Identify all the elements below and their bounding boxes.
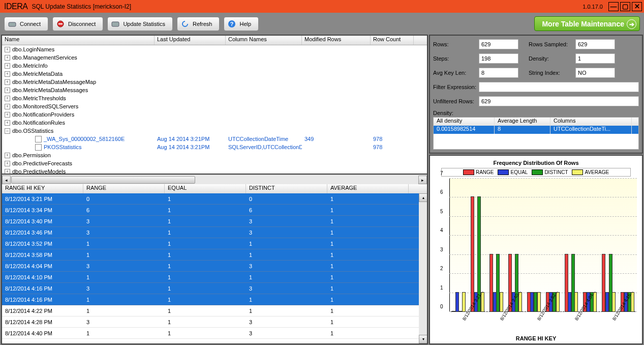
tree-node[interactable]: +dbo.Permission <box>2 152 155 158</box>
expander-icon[interactable]: + <box>5 161 10 166</box>
tree-node-label: dbo.MetricThresholds <box>12 95 66 101</box>
svg-rect-2 <box>58 23 63 24</box>
refresh-button[interactable]: Refresh <box>177 17 220 31</box>
tree-header: Name Last Updated Column Names Modified … <box>2 36 427 45</box>
scroll-thumb[interactable] <box>11 176 195 184</box>
scroll-right-arrow[interactable]: ▸ <box>418 176 427 184</box>
tree-node[interactable]: +dbo.MetricMetaDataMessages <box>2 87 155 93</box>
expander-icon[interactable]: + <box>5 63 10 69</box>
expander-icon[interactable]: + <box>5 153 10 158</box>
tree-leaf[interactable]: _WA_Sys_00000002_5812160E <box>2 136 155 142</box>
expander-icon[interactable]: + <box>5 169 10 175</box>
scroll-left-arrow[interactable]: ◂ <box>2 176 11 184</box>
expander-icon[interactable]: + <box>5 71 10 77</box>
cell-range: 3 <box>83 319 165 325</box>
help-button[interactable]: ?Help <box>224 17 259 31</box>
tree-node[interactable]: +dbo.PredictiveModels <box>2 168 155 175</box>
cell-range: 6 <box>83 207 165 213</box>
expander-icon[interactable]: + <box>5 112 10 118</box>
properties-panel: Rows: Rows Sampled: Steps: Density: Avg … <box>429 35 643 154</box>
hist-col-rangehikey[interactable]: RANGE HI KEY <box>2 184 83 193</box>
histogram-row[interactable]: 8/12/2014 4:16 PM1111 <box>2 294 427 305</box>
histogram-vertical-scrollbar[interactable]: ▴ ▾ <box>419 193 427 343</box>
tree-node[interactable]: +dbo.ManagementServices <box>2 54 155 61</box>
x-tick-label: 8/12/2014 3:40... <box>499 319 503 321</box>
expander-icon[interactable]: + <box>5 88 10 93</box>
scroll-down-arrow[interactable]: ▾ <box>419 335 427 343</box>
expander-icon[interactable]: + <box>5 55 10 61</box>
histogram-row[interactable]: 8/12/2014 4:28 PM3131 <box>2 317 427 328</box>
histogram-row[interactable]: 8/12/2014 4:40 PM1131 <box>2 328 427 339</box>
histogram-row[interactable]: 8/12/2014 4:16 PM3131 <box>2 283 427 294</box>
tree-node[interactable]: +dbo.MetricThresholds <box>2 95 155 101</box>
tree-node[interactable]: +dbo.NotificationProviders <box>2 111 155 118</box>
histogram-row[interactable]: 8/12/2014 3:58 PM1111 <box>2 249 427 261</box>
histogram-row[interactable]: 8/12/2014 3:46 PM3131 <box>2 227 427 238</box>
histogram-row[interactable]: 8/12/2014 3:34 PM6161 <box>2 205 427 216</box>
tree-node[interactable]: +dbo.LoginNames <box>2 46 155 52</box>
density-field[interactable] <box>575 53 615 64</box>
denshdr-columns[interactable]: Columns <box>550 118 632 126</box>
tree-node[interactable]: +dbo.PredictiveForecasts <box>2 160 155 166</box>
denshdr-alldensity[interactable]: All density <box>434 118 495 126</box>
checkbox[interactable] <box>35 144 42 151</box>
chart-bar <box>500 292 503 312</box>
col-column-names[interactable]: Column Names <box>226 36 302 45</box>
checkbox[interactable] <box>35 136 42 142</box>
cell-equal: 1 <box>165 319 246 325</box>
refresh-icon <box>180 19 190 28</box>
update-statistics-button[interactable]: Update Statistics <box>107 17 173 31</box>
expander-icon[interactable]: + <box>5 96 10 101</box>
stringindex-field[interactable] <box>575 68 615 78</box>
tree-node[interactable]: –dbo.OSStatistics <box>2 128 155 134</box>
chart-bar <box>612 292 616 312</box>
histogram-row[interactable]: 8/12/2014 3:52 PM1111 <box>2 238 427 249</box>
connect-button[interactable]: Connect <box>4 17 48 31</box>
hist-col-equal[interactable]: EQUAL <box>165 184 246 193</box>
avgkeylen-field[interactable] <box>479 68 518 78</box>
denshdr-avglength[interactable]: Average Length <box>495 118 550 126</box>
tree-node[interactable]: +dbo.MonitoredSQLServers <box>2 103 155 109</box>
col-name[interactable]: Name <box>2 36 155 45</box>
more-table-maintenance-button[interactable]: More Table Maintenance➔ <box>534 16 640 31</box>
histogram-body[interactable]: 8/12/2014 3:21 PM01018/12/2014 3:34 PM61… <box>2 193 427 343</box>
cell-equal: 1 <box>165 308 246 314</box>
unfilteredrows-field[interactable] <box>479 96 639 106</box>
disconnect-button[interactable]: Disconnect <box>52 17 103 31</box>
x-tick-label: 8/12/2014 3:52... <box>537 319 541 321</box>
col-row-count[interactable]: Row Count <box>371 36 414 45</box>
tree-leaf[interactable]: PKOSStatistics <box>2 144 155 151</box>
rows-sampled-field[interactable] <box>575 39 615 49</box>
density-table[interactable]: All density Average Length Columns 0.001… <box>433 117 639 150</box>
tree-body[interactable]: +dbo.LoginNames+dbo.ManagementServices+d… <box>2 45 427 175</box>
expander-icon[interactable]: + <box>5 120 10 126</box>
expander-icon[interactable]: + <box>5 79 10 85</box>
expander-icon[interactable]: – <box>5 128 10 134</box>
tree-node[interactable]: +dbo.NotificationRules <box>2 120 155 126</box>
steps-field[interactable] <box>479 53 518 64</box>
density-row[interactable]: 0.00158982514 8 UTCCollectionDateTi... <box>434 126 638 134</box>
filterexpr-field[interactable] <box>479 82 639 92</box>
tree-horizontal-scrollbar[interactable]: ◂ ▸ <box>2 175 427 184</box>
tree-node[interactable]: +dbo.MetricInfo <box>2 63 155 69</box>
rows-field[interactable] <box>479 39 518 49</box>
col-modified-rows[interactable]: Modified Rows <box>302 36 371 45</box>
histogram-row[interactable]: 8/12/2014 3:21 PM0101 <box>2 193 427 205</box>
x-tick-label: 8/12/2014 4:16... <box>611 319 616 321</box>
tree-node[interactable]: +dbo.MetricMetaData <box>2 71 155 77</box>
histogram-row[interactable]: 8/12/2014 4:10 PM1111 <box>2 272 427 283</box>
expander-icon[interactable]: + <box>5 104 10 109</box>
histogram-row[interactable]: 8/12/2014 4:04 PM3131 <box>2 261 427 272</box>
hist-col-range[interactable]: RANGE <box>83 184 165 193</box>
scroll-up-arrow[interactable]: ▴ <box>419 193 427 202</box>
hist-col-distinct[interactable]: DISTINCT <box>246 184 327 193</box>
tree-node[interactable]: +dbo.MetricMetaDataMessageMap <box>2 79 155 85</box>
histogram-row[interactable]: 8/12/2014 3:40 PM3131 <box>2 216 427 227</box>
maximize-button[interactable]: ▢ <box>620 2 630 11</box>
histogram-row[interactable]: 8/12/2014 4:22 PM1111 <box>2 305 427 317</box>
close-button[interactable]: ✕ <box>632 2 642 11</box>
col-last-updated[interactable]: Last Updated <box>155 36 226 45</box>
minimize-button[interactable]: — <box>608 2 619 11</box>
expander-icon[interactable]: + <box>5 47 10 52</box>
hist-col-average[interactable]: AVERAGE <box>327 184 409 193</box>
